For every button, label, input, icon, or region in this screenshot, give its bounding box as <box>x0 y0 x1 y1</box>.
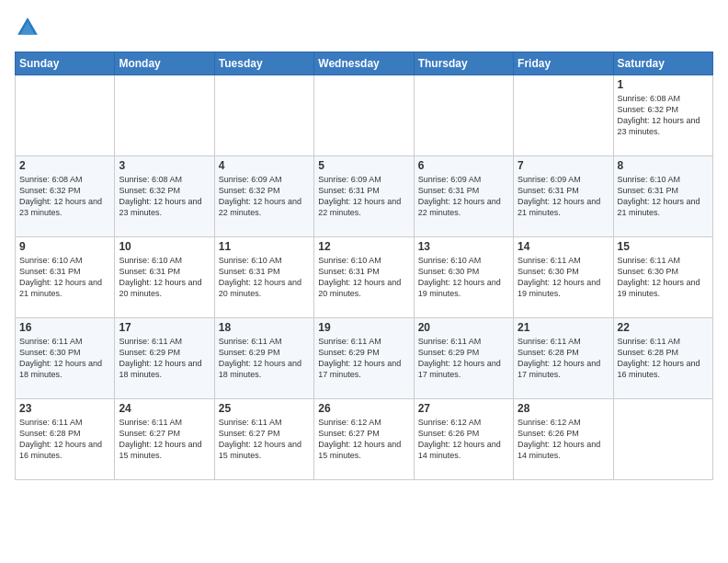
day-info: Sunrise: 6:08 AM Sunset: 6:32 PM Dayligh… <box>618 93 709 138</box>
calendar-cell: 5Sunrise: 6:09 AM Sunset: 6:31 PM Daylig… <box>314 156 414 237</box>
day-info: Sunrise: 6:10 AM Sunset: 6:31 PM Dayligh… <box>219 255 310 300</box>
day-number: 22 <box>618 321 709 334</box>
day-number: 16 <box>19 321 110 334</box>
calendar-cell: 15Sunrise: 6:11 AM Sunset: 6:30 PM Dayli… <box>613 237 712 318</box>
day-info: Sunrise: 6:09 AM Sunset: 6:32 PM Dayligh… <box>219 174 310 219</box>
logo <box>15 15 44 40</box>
day-number: 26 <box>318 402 409 415</box>
calendar-cell <box>16 75 115 156</box>
calendar-cell: 12Sunrise: 6:10 AM Sunset: 6:31 PM Dayli… <box>314 237 414 318</box>
day-number: 20 <box>418 321 509 334</box>
day-info: Sunrise: 6:11 AM Sunset: 6:27 PM Dayligh… <box>119 417 210 462</box>
day-info: Sunrise: 6:12 AM Sunset: 6:26 PM Dayligh… <box>418 417 509 462</box>
calendar-cell: 10Sunrise: 6:10 AM Sunset: 6:31 PM Dayli… <box>115 237 214 318</box>
day-info: Sunrise: 6:11 AM Sunset: 6:29 PM Dayligh… <box>119 336 210 381</box>
header-thursday: Thursday <box>414 52 513 75</box>
day-number: 2 <box>19 159 110 172</box>
calendar-cell: 6Sunrise: 6:09 AM Sunset: 6:31 PM Daylig… <box>414 156 513 237</box>
calendar-cell: 18Sunrise: 6:11 AM Sunset: 6:29 PM Dayli… <box>214 318 313 399</box>
day-info: Sunrise: 6:10 AM Sunset: 6:31 PM Dayligh… <box>119 255 210 300</box>
calendar-cell: 24Sunrise: 6:11 AM Sunset: 6:27 PM Dayli… <box>115 399 214 480</box>
calendar-cell <box>514 75 613 156</box>
day-info: Sunrise: 6:10 AM Sunset: 6:31 PM Dayligh… <box>318 255 409 300</box>
day-number: 28 <box>518 402 609 415</box>
day-number: 4 <box>219 159 310 172</box>
calendar-cell: 7Sunrise: 6:09 AM Sunset: 6:31 PM Daylig… <box>514 156 613 237</box>
day-number: 23 <box>19 402 110 415</box>
day-number: 13 <box>418 240 509 253</box>
calendar-cell: 26Sunrise: 6:12 AM Sunset: 6:27 PM Dayli… <box>314 399 414 480</box>
calendar-cell: 21Sunrise: 6:11 AM Sunset: 6:28 PM Dayli… <box>514 318 613 399</box>
day-number: 5 <box>318 159 409 172</box>
calendar-cell: 13Sunrise: 6:10 AM Sunset: 6:30 PM Dayli… <box>414 237 513 318</box>
day-number: 6 <box>418 159 509 172</box>
day-info: Sunrise: 6:11 AM Sunset: 6:30 PM Dayligh… <box>618 255 709 300</box>
day-number: 14 <box>518 240 609 253</box>
calendar-cell <box>214 75 313 156</box>
calendar-cell: 8Sunrise: 6:10 AM Sunset: 6:31 PM Daylig… <box>613 156 712 237</box>
header-monday: Monday <box>115 52 214 75</box>
day-number: 7 <box>518 159 609 172</box>
calendar-week-1: 1Sunrise: 6:08 AM Sunset: 6:32 PM Daylig… <box>16 75 713 156</box>
calendar-cell: 1Sunrise: 6:08 AM Sunset: 6:32 PM Daylig… <box>613 75 712 156</box>
calendar-cell: 22Sunrise: 6:11 AM Sunset: 6:28 PM Dayli… <box>613 318 712 399</box>
calendar-cell: 28Sunrise: 6:12 AM Sunset: 6:26 PM Dayli… <box>514 399 613 480</box>
header-friday: Friday <box>514 52 613 75</box>
day-info: Sunrise: 6:12 AM Sunset: 6:26 PM Dayligh… <box>518 417 609 462</box>
day-info: Sunrise: 6:09 AM Sunset: 6:31 PM Dayligh… <box>418 174 509 219</box>
calendar-cell: 27Sunrise: 6:12 AM Sunset: 6:26 PM Dayli… <box>414 399 513 480</box>
calendar-cell <box>115 75 214 156</box>
calendar-cell: 11Sunrise: 6:10 AM Sunset: 6:31 PM Dayli… <box>214 237 313 318</box>
calendar-header-row: SundayMondayTuesdayWednesdayThursdayFrid… <box>16 52 713 75</box>
day-info: Sunrise: 6:11 AM Sunset: 6:29 PM Dayligh… <box>318 336 409 381</box>
day-number: 8 <box>618 159 709 172</box>
calendar-week-3: 9Sunrise: 6:10 AM Sunset: 6:31 PM Daylig… <box>16 237 713 318</box>
header-tuesday: Tuesday <box>214 52 313 75</box>
calendar-cell: 2Sunrise: 6:08 AM Sunset: 6:32 PM Daylig… <box>16 156 115 237</box>
calendar-week-2: 2Sunrise: 6:08 AM Sunset: 6:32 PM Daylig… <box>16 156 713 237</box>
page-header <box>15 15 713 40</box>
day-info: Sunrise: 6:11 AM Sunset: 6:29 PM Dayligh… <box>418 336 509 381</box>
day-info: Sunrise: 6:09 AM Sunset: 6:31 PM Dayligh… <box>318 174 409 219</box>
day-number: 11 <box>219 240 310 253</box>
day-info: Sunrise: 6:10 AM Sunset: 6:31 PM Dayligh… <box>19 255 110 300</box>
day-number: 3 <box>119 159 210 172</box>
day-info: Sunrise: 6:11 AM Sunset: 6:27 PM Dayligh… <box>219 417 310 462</box>
day-info: Sunrise: 6:09 AM Sunset: 6:31 PM Dayligh… <box>518 174 609 219</box>
day-info: Sunrise: 6:11 AM Sunset: 6:29 PM Dayligh… <box>219 336 310 381</box>
day-number: 24 <box>119 402 210 415</box>
day-info: Sunrise: 6:10 AM Sunset: 6:30 PM Dayligh… <box>418 255 509 300</box>
calendar-cell: 17Sunrise: 6:11 AM Sunset: 6:29 PM Dayli… <box>115 318 214 399</box>
calendar-cell: 19Sunrise: 6:11 AM Sunset: 6:29 PM Dayli… <box>314 318 414 399</box>
calendar-cell: 25Sunrise: 6:11 AM Sunset: 6:27 PM Dayli… <box>214 399 313 480</box>
day-number: 21 <box>518 321 609 334</box>
calendar-cell <box>414 75 513 156</box>
calendar-cell <box>613 399 712 480</box>
calendar-cell: 14Sunrise: 6:11 AM Sunset: 6:30 PM Dayli… <box>514 237 613 318</box>
day-number: 9 <box>19 240 110 253</box>
day-info: Sunrise: 6:11 AM Sunset: 6:28 PM Dayligh… <box>618 336 709 381</box>
day-info: Sunrise: 6:11 AM Sunset: 6:30 PM Dayligh… <box>518 255 609 300</box>
day-info: Sunrise: 6:11 AM Sunset: 6:28 PM Dayligh… <box>19 417 110 462</box>
calendar-cell: 4Sunrise: 6:09 AM Sunset: 6:32 PM Daylig… <box>214 156 313 237</box>
day-number: 18 <box>219 321 310 334</box>
logo-icon <box>15 15 40 40</box>
day-info: Sunrise: 6:08 AM Sunset: 6:32 PM Dayligh… <box>19 174 110 219</box>
day-number: 17 <box>119 321 210 334</box>
day-number: 1 <box>618 78 709 91</box>
calendar-cell: 20Sunrise: 6:11 AM Sunset: 6:29 PM Dayli… <box>414 318 513 399</box>
day-info: Sunrise: 6:11 AM Sunset: 6:28 PM Dayligh… <box>518 336 609 381</box>
calendar-cell: 3Sunrise: 6:08 AM Sunset: 6:32 PM Daylig… <box>115 156 214 237</box>
calendar-table: SundayMondayTuesdayWednesdayThursdayFrid… <box>15 52 713 480</box>
day-info: Sunrise: 6:08 AM Sunset: 6:32 PM Dayligh… <box>119 174 210 219</box>
calendar-cell: 23Sunrise: 6:11 AM Sunset: 6:28 PM Dayli… <box>16 399 115 480</box>
day-number: 15 <box>618 240 709 253</box>
day-number: 19 <box>318 321 409 334</box>
day-info: Sunrise: 6:10 AM Sunset: 6:31 PM Dayligh… <box>618 174 709 219</box>
header-wednesday: Wednesday <box>314 52 414 75</box>
day-number: 27 <box>418 402 509 415</box>
header-saturday: Saturday <box>613 52 712 75</box>
day-info: Sunrise: 6:12 AM Sunset: 6:27 PM Dayligh… <box>318 417 409 462</box>
calendar-week-4: 16Sunrise: 6:11 AM Sunset: 6:30 PM Dayli… <box>16 318 713 399</box>
day-info: Sunrise: 6:11 AM Sunset: 6:30 PM Dayligh… <box>19 336 110 381</box>
